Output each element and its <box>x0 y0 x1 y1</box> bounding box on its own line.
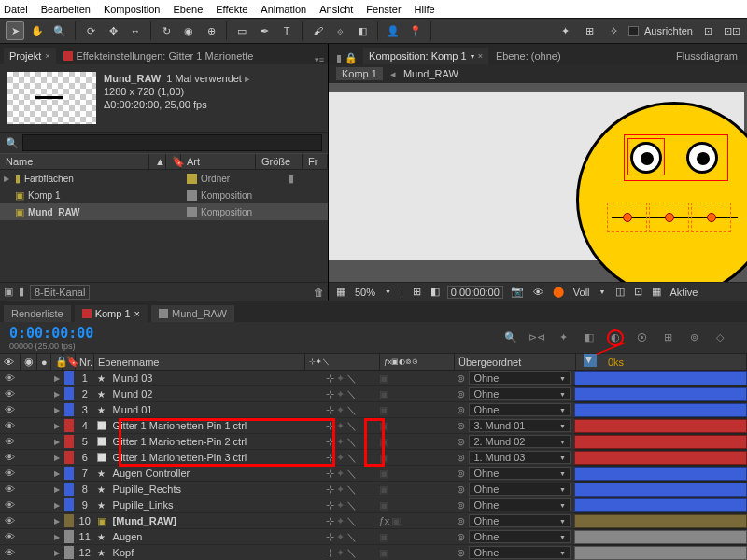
brush-tool[interactable]: 🖌 <box>308 21 327 40</box>
menu-fenster[interactable]: Fenster <box>366 4 401 15</box>
axis-local-icon[interactable]: ✦ <box>556 21 574 40</box>
pan-behind-tool[interactable]: ⊕ <box>202 21 220 40</box>
flowchart-tab[interactable]: Flussdiagram <box>670 48 743 64</box>
roto-tool[interactable]: 👤 <box>384 21 402 40</box>
shy-icon[interactable]: ✦ <box>555 329 571 346</box>
parent-dropdown[interactable]: 2. Mund 02▼ <box>469 435 571 448</box>
res-icon[interactable]: ⊞ <box>411 286 423 298</box>
parent-dropdown[interactable]: Ohne▼ <box>469 546 571 559</box>
menu-effekte[interactable]: Effekte <box>216 4 247 15</box>
parent-dropdown[interactable]: Ohne▼ <box>469 483 571 496</box>
bit-depth-button[interactable]: 8-Bit-Kanal <box>30 285 90 300</box>
axis-world-icon[interactable]: ⊞ <box>580 21 599 40</box>
orbit-tool[interactable]: ⟳ <box>81 21 100 40</box>
asset-thumbnail[interactable] <box>7 72 96 124</box>
zoom-dropdown[interactable]: 50% <box>353 287 377 298</box>
layer-row[interactable]: 👁▶2★Mund 02⊹✦＼▣⊚Ohne▼ <box>0 386 574 402</box>
new-comp-icon[interactable]: ▣ <box>4 286 13 298</box>
snapshot-icon[interactable]: 📷 <box>509 286 526 298</box>
parent-dropdown[interactable]: 3. Mund 01▼ <box>469 419 571 432</box>
layer-row[interactable]: 👁▶11★Augen⊹✦＼▣⊚Ohne▼ <box>0 529 574 545</box>
parent-dropdown[interactable]: 1. Mund 03▼ <box>469 451 571 464</box>
composition-viewer[interactable] <box>329 83 747 282</box>
comp-tab[interactable]: Komposition: Komp 1▾× <box>363 48 488 64</box>
transparency-icon[interactable]: ⊡ <box>632 286 644 298</box>
menubar[interactable]: Datei Bearbeiten Komposition Ebene Effek… <box>0 0 747 18</box>
channel-icon[interactable]: ◧ <box>429 286 442 298</box>
menu-ansicht[interactable]: Ansicht <box>319 4 353 15</box>
current-timecode[interactable]: 0:00:00:00 <box>0 325 103 342</box>
track-xy-tool[interactable]: ✥ <box>104 21 122 40</box>
eraser-tool[interactable]: ◧ <box>353 21 372 40</box>
parent-dropdown[interactable]: Ohne▼ <box>469 514 571 527</box>
back-icon[interactable]: ▮ 🔒 <box>332 52 361 64</box>
show-snapshot-icon[interactable]: 👁 <box>531 287 545 298</box>
auto-keyframe-icon[interactable]: ◇ <box>712 329 728 346</box>
crumb-2[interactable]: Mund_RAW <box>403 68 458 79</box>
snap-icon[interactable]: ⊡ <box>698 21 717 40</box>
layer-row[interactable]: 👁▶10▣[Mund_RAW]⊹✦＼ƒx▣⊚Ohne▼ <box>0 513 574 529</box>
new-folder-icon[interactable]: ▮ <box>19 286 24 298</box>
parent-dropdown[interactable]: Ohne▼ <box>469 467 571 480</box>
crumb-1[interactable]: Komp 1 <box>336 67 383 80</box>
timeline-tab-mundraw[interactable]: Mund_RAW <box>151 305 234 322</box>
active-cam-dropdown[interactable]: Aktive <box>669 287 700 298</box>
layer-row[interactable]: 👁▶1★Mund 03⊹✦＼▣⊚Ohne▼ <box>0 371 574 386</box>
motion-blur-icon[interactable]: ⦿ <box>633 329 650 346</box>
composition-panel: ▮ 🔒 Komposition: Komp 1▾× Ebene: (ohne) … <box>329 44 747 301</box>
parent-dropdown[interactable]: Ohne▼ <box>469 387 571 400</box>
rotate-tool[interactable]: ↻ <box>157 21 176 40</box>
timeline-tab-komp1[interactable]: Komp 1× <box>75 305 148 322</box>
menu-animation[interactable]: Animation <box>261 4 306 15</box>
graph-icon[interactable]: ⊞ <box>659 329 676 346</box>
menu-komposition[interactable]: Komposition <box>104 4 161 15</box>
clone-tool[interactable]: ⟐ <box>331 21 349 40</box>
layer-row[interactable]: 👁▶6Gitter 1 Marionetten-Pin 3 ctrl⊹✦＼▣⊚1… <box>0 450 574 466</box>
region-icon[interactable]: ◫ <box>613 286 627 298</box>
puppet-tool[interactable]: 📍 <box>406 21 425 40</box>
text-tool[interactable]: T <box>277 21 296 40</box>
menu-ebene[interactable]: Ebene <box>173 4 203 15</box>
time-display[interactable]: 0:00:00:00 <box>447 286 503 299</box>
layer-row[interactable]: 👁▶8★Pupille_Rechts⊹✦＼▣⊚Ohne▼ <box>0 482 574 497</box>
layer-row[interactable]: 👁▶4Gitter 1 Marionetten-Pin 1 ctrl⊹✦＼▣⊚3… <box>0 418 574 434</box>
comp-mini-icon[interactable]: ⊳⊲ <box>529 329 545 346</box>
project-search-input[interactable] <box>22 134 322 151</box>
rect-tool[interactable]: ▭ <box>233 21 251 40</box>
menu-hilfe[interactable]: Hilfe <box>415 4 435 15</box>
layer-row[interactable]: 👁▶9★Pupille_Links⊹✦＼▣⊚Ohne▼ <box>0 497 574 513</box>
parent-dropdown[interactable]: Ohne▼ <box>469 530 571 543</box>
pen-tool[interactable]: ✒ <box>255 21 274 40</box>
hand-tool[interactable]: ✋ <box>28 21 47 40</box>
align-checkbox[interactable] <box>628 26 639 36</box>
layer-row[interactable]: 👁▶12★Kopf⊹✦＼▣⊚Ohne▼ <box>0 545 574 560</box>
zoom-tool[interactable]: 🔍 <box>50 21 69 40</box>
layer-row[interactable]: 👁▶7★Augen Controller⊹✦＼▣⊚Ohne▼ <box>0 466 574 482</box>
renderlist-tab[interactable]: Renderliste <box>4 305 71 322</box>
resolution-dropdown[interactable]: Voll <box>571 287 592 298</box>
axis-view-icon[interactable]: ✧ <box>604 21 623 40</box>
project-row-folder[interactable]: ▶ ▮ Farbflächen Ordner ▮ <box>0 170 328 187</box>
grid-icon[interactable]: ▦ <box>334 286 347 298</box>
layer-row[interactable]: 👁▶3★Mund 01⊹✦＼▣⊚Ohne▼ <box>0 402 574 418</box>
parent-dropdown[interactable]: Ohne▼ <box>469 371 571 385</box>
parent-dropdown[interactable]: Ohne▼ <box>469 498 571 511</box>
effects-tab[interactable]: Effekteinstellungen: Gitter 1 Marionette <box>58 48 260 64</box>
search-icon[interactable]: ⊡⊡ <box>723 21 741 40</box>
menu-datei[interactable]: Datei <box>4 4 28 15</box>
view-options-icon[interactable]: ▦ <box>650 286 663 298</box>
parent-dropdown[interactable]: Ohne▼ <box>469 403 571 416</box>
camera-tool[interactable]: ◉ <box>179 21 198 40</box>
trash-icon[interactable]: 🗑 <box>314 287 324 298</box>
search-icon[interactable]: 🔍 <box>502 329 519 346</box>
rgb-icon[interactable]: ⬤ <box>551 286 566 298</box>
track-z-tool[interactable]: ↔ <box>126 21 145 40</box>
project-row-comp[interactable]: ▣ Komp 1 Komposition <box>0 187 328 203</box>
selection-tool[interactable]: ➤ <box>6 21 24 40</box>
brainstorm-icon[interactable]: ⊚ <box>685 329 702 346</box>
project-tab[interactable]: Projekt× <box>4 48 56 64</box>
project-row-selected[interactable]: ▣ Mund_RAW Komposition <box>0 203 328 220</box>
menu-bearbeiten[interactable]: Bearbeiten <box>41 4 91 15</box>
layer-tab[interactable]: Ebene: (ohne) <box>490 48 567 64</box>
layer-row[interactable]: 👁▶5Gitter 1 Marionetten-Pin 2 ctrl⊹✦＼▣⊚2… <box>0 434 574 450</box>
